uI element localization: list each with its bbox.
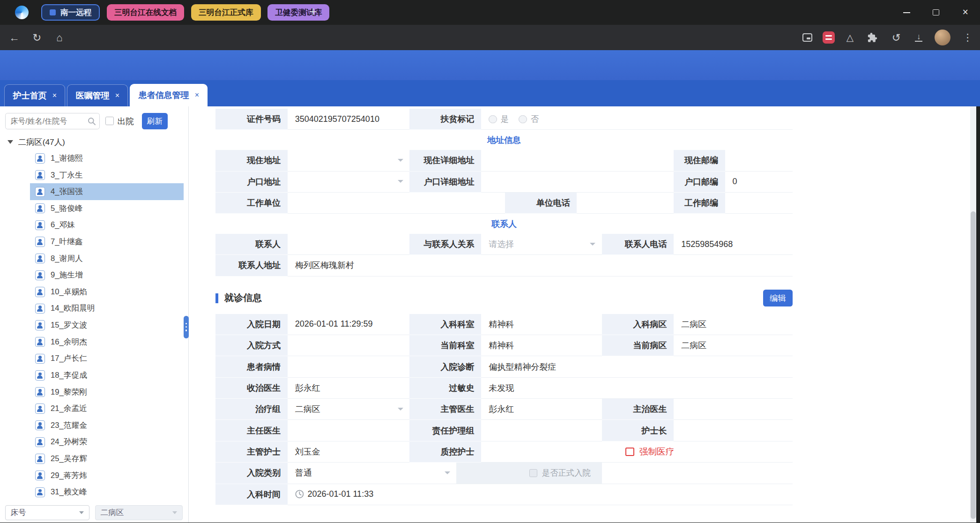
browser-tab-group-online-doc[interactable]: 三明台江在线文档 — [107, 4, 184, 21]
chevron-down-icon — [172, 511, 177, 514]
close-window-button[interactable]: × — [950, 0, 980, 25]
home-icon[interactable]: ⌂ — [49, 25, 70, 50]
radio-no[interactable] — [519, 115, 527, 123]
section-title-address: 地址信息 — [215, 130, 792, 150]
list-item[interactable]: 23_范耀金 — [30, 417, 184, 434]
capture-icon[interactable] — [797, 25, 817, 50]
form-row: 主任医生 责任护理组 护士长 — [215, 420, 792, 441]
form-row: 联系人地址 梅列区梅瑰新村 — [215, 255, 792, 276]
list-item[interactable]: 7_叶继鑫 — [30, 233, 184, 250]
list-item-selected[interactable]: 4_张国强 — [30, 183, 184, 200]
work-phone-label: 单位电话 — [505, 193, 577, 214]
tab-patient-info-mgmt[interactable]: 患者信息管理 × — [130, 84, 208, 106]
list-item[interactable]: 16_余明杰 — [30, 334, 184, 351]
formal-admit-checkbox[interactable] — [529, 469, 537, 477]
download-icon[interactable]: ↓ — [909, 25, 929, 50]
list-item[interactable]: 31_赖文峰 — [30, 484, 184, 501]
list-item[interactable]: 14_欧阳晨明 — [30, 300, 184, 317]
list-item[interactable]: 17_卢长仁 — [30, 351, 184, 367]
contact-phone-label: 联系人电话 — [602, 234, 674, 255]
care-group-label: 责任护理组 — [409, 420, 481, 441]
charge-doctor-label: 主管医生 — [409, 399, 481, 420]
close-icon[interactable]: × — [195, 91, 199, 99]
search-input[interactable] — [6, 113, 100, 129]
extension-badge-icon[interactable] — [819, 25, 839, 50]
triangle-extension-icon[interactable]: △ — [840, 25, 860, 50]
list-item[interactable]: 3_丁永生 — [30, 167, 184, 184]
tab-order-mgmt[interactable]: 医嘱管理 × — [67, 84, 128, 106]
radio-yes[interactable] — [489, 115, 497, 123]
form-row: 入科时间 2026-01-01 11:33 — [215, 484, 792, 505]
maximize-button[interactable] — [921, 0, 951, 25]
browser-logo-icon — [15, 6, 29, 19]
ward-select[interactable]: 二病区 — [95, 505, 183, 520]
current-ward-label: 当前病区 — [602, 335, 674, 356]
visit-section-header: 就诊信息 编辑 — [215, 284, 792, 311]
list-item[interactable]: 15_罗文波 — [30, 317, 184, 334]
chevron-down-icon — [398, 159, 403, 162]
poverty-flag-label: 扶贫标记 — [409, 109, 481, 130]
work-phone-value — [577, 193, 674, 214]
reload-icon[interactable]: ↻ — [26, 25, 47, 50]
extensions-puzzle-icon[interactable] — [862, 25, 883, 50]
minimize-button[interactable] — [892, 0, 921, 25]
charge-nurse-label: 主管护士 — [215, 441, 287, 463]
history-icon[interactable]: ↺ — [886, 25, 906, 50]
attending-doctor-label: 主治医生 — [602, 399, 674, 420]
list-item[interactable]: 8_谢周人 — [30, 250, 184, 267]
close-icon[interactable]: × — [115, 91, 119, 100]
empty-cell — [602, 109, 793, 130]
back-icon[interactable]: ← — [4, 25, 25, 50]
patient-icon — [35, 403, 45, 413]
list-item[interactable]: 25_吴存辉 — [30, 450, 184, 467]
work-zip-label: 工作邮编 — [674, 193, 725, 214]
form-row: 入院日期 2026-01-01 11:29:59 入科科室 精神科 入科病区 二… — [215, 314, 792, 335]
registered-address-select[interactable] — [288, 172, 409, 193]
discharge-checkbox[interactable] — [105, 117, 113, 125]
scrollbar-thumb[interactable] — [971, 211, 976, 519]
sidebar-resize-handle[interactable] — [184, 316, 189, 338]
admit-dept-label: 入科科室 — [409, 314, 481, 335]
list-item[interactable]: 24_孙树荣 — [30, 434, 184, 451]
form-row: 收治医生 彭永红 过敏史 未发现 — [215, 378, 792, 399]
browser-menu-icon[interactable]: ⋮ — [958, 25, 978, 50]
list-item[interactable]: 5_骆俊峰 — [30, 200, 184, 217]
clock-icon — [295, 490, 304, 499]
admit-type-select[interactable]: 普通 — [288, 463, 456, 484]
bed-sort-select[interactable]: 床号 — [5, 505, 89, 520]
new-tab-button[interactable]: + — [304, 3, 322, 21]
patient-icon — [35, 420, 45, 430]
current-address-select[interactable] — [288, 150, 409, 171]
page-scrollbar[interactable] — [970, 106, 976, 523]
list-item[interactable]: 10_卓赐焰 — [30, 284, 184, 300]
list-item[interactable]: 6_邓妹 — [30, 217, 184, 234]
close-icon[interactable]: × — [52, 91, 57, 100]
discharge-label: 出院 — [118, 116, 134, 127]
screen: 南一远程 三明台江在线文档 三明台江正式库 卫健委测试库 + × ← ↻ ⌂ ⚠… — [0, 0, 980, 523]
admitting-doctor-value: 彭永红 — [288, 378, 409, 399]
browser-tab-group-nanyi[interactable]: 南一远程 — [41, 4, 100, 21]
profile-avatar[interactable] — [933, 25, 953, 50]
tab-nurse-home[interactable]: 护士首页 × — [4, 84, 65, 106]
forced-medical-checkbox[interactable] — [625, 448, 634, 456]
form-row: 患者病情 入院诊断 偏执型精神分裂症 — [215, 356, 792, 377]
patient-sidebar: 出院 刷新 二病区(47人) 1_谢德熙 3_丁永生 4_张国强 5_骆俊峰 6… — [0, 106, 189, 523]
list-item[interactable]: 29_蒋芳炜 — [30, 467, 184, 484]
formal-admit-label: 是否正式入院 — [542, 467, 591, 478]
contact-relation-select[interactable]: 请选择 — [481, 234, 601, 255]
browser-tab-group-prod[interactable]: 三明台江正式库 — [191, 4, 261, 21]
list-item[interactable]: 18_李促成 — [30, 367, 184, 384]
list-item[interactable]: 9_施生增 — [30, 267, 184, 284]
treatment-group-select[interactable]: 二病区 — [288, 399, 409, 420]
ward-tree-node[interactable]: 二病区(47人) — [7, 136, 65, 148]
contact-address-label: 联系人地址 — [215, 255, 287, 276]
search-box — [5, 113, 100, 129]
patient-icon — [35, 237, 45, 247]
diagnosis-label: 入院诊断 — [409, 356, 481, 377]
edit-button[interactable]: 编辑 — [763, 290, 793, 306]
list-item[interactable]: 1_谢德熙 — [30, 150, 184, 167]
list-item[interactable]: 21_余孟近 — [30, 400, 184, 417]
patient-icon — [35, 387, 45, 397]
refresh-button[interactable]: 刷新 — [142, 113, 168, 129]
list-item[interactable]: 19_黎荣刚 — [30, 384, 184, 401]
